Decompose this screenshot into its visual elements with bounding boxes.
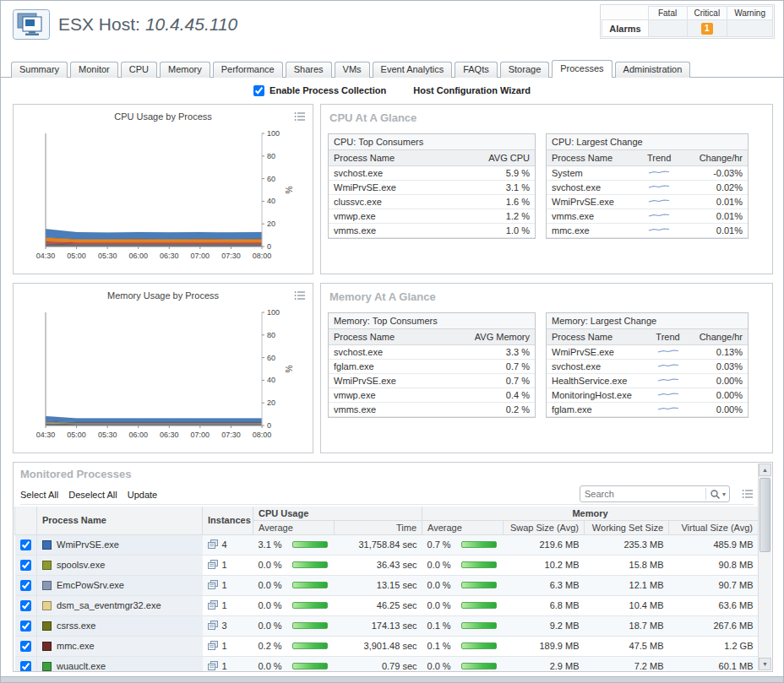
tab-storage[interactable]: Storage — [500, 62, 550, 78]
tab-event-analytics[interactable]: Event Analytics — [373, 62, 453, 78]
x-tick-label: 07:30 — [221, 252, 241, 260]
trend-cell — [649, 403, 688, 417]
column-header-cpu-average[interactable]: Average — [253, 520, 335, 534]
column-header-virtual-size[interactable]: Virtual Size (Avg) — [669, 520, 759, 534]
process-name-cell: mmc.exe — [547, 224, 638, 238]
change-cell: -0.03% — [680, 166, 748, 181]
row-checkbox[interactable] — [20, 641, 31, 652]
column-header-process-name[interactable]: Process Name — [547, 150, 638, 166]
instances-cell: 1 — [203, 575, 253, 595]
update-link[interactable]: Update — [128, 490, 157, 500]
row-checkbox[interactable] — [20, 560, 31, 571]
column-header-avg-memory[interactable]: AVG Memory — [438, 329, 535, 345]
critical-count-cell[interactable]: 1 — [687, 20, 727, 37]
column-header-avg-cpu[interactable]: AVG CPU — [449, 150, 535, 166]
table-row[interactable]: csrss.exe30.0 %174.13 sec0.1 %9.2 MB18.7… — [15, 615, 759, 636]
x-tick-label: 05:30 — [98, 431, 117, 439]
tab-vms[interactable]: VMs — [335, 62, 370, 78]
table-row[interactable]: dsm_sa_eventmgr32.exe10.0 %46.25 sec0.0 … — [15, 595, 759, 615]
scrollbar-thumb[interactable] — [760, 478, 770, 552]
tab-performance[interactable]: Performance — [213, 62, 283, 78]
column-header-process-name[interactable]: Process Name — [37, 507, 203, 534]
process-name-cell: wuauclt.exe — [37, 656, 203, 672]
search-icon[interactable] — [706, 489, 722, 500]
row-checkbox[interactable] — [20, 580, 31, 591]
tab-administration[interactable]: Administration — [615, 62, 691, 78]
value-cell: 3.3 % — [438, 345, 535, 360]
table-row: MonitoringHost.exe0.00% — [547, 388, 748, 403]
instances-cell: 1 — [203, 636, 253, 656]
row-checkbox[interactable] — [20, 621, 31, 632]
search-input[interactable] — [580, 489, 705, 499]
process-name-cell: HealthService.exe — [547, 374, 649, 388]
column-header-process-name[interactable]: Process Name — [329, 329, 438, 345]
table-row: svchost.exe3.3 % — [329, 345, 535, 360]
column-header-working-set-size[interactable]: Working Set Size — [585, 520, 669, 534]
select-all-link[interactable]: Select All — [20, 490, 58, 500]
process-name-cell: csrss.exe — [37, 615, 203, 636]
column-header-change-hr[interactable]: Change/hr — [680, 150, 748, 166]
process-name-cell: spoolsv.exe — [37, 555, 203, 575]
cpu-time-cell: 46.25 sec — [335, 595, 422, 615]
horizontal-scrollbar-strip[interactable] — [1, 676, 783, 682]
virtual-size-cell: 90.7 MB — [669, 575, 759, 595]
tab-memory[interactable]: Memory — [160, 62, 210, 78]
usage-bar — [292, 541, 328, 548]
column-header-trend[interactable]: Trend — [649, 329, 688, 345]
tab-faqts[interactable]: FAQts — [455, 62, 498, 78]
percent-value: 0.0 % — [427, 580, 456, 590]
table-row[interactable]: mmc.exe10.2 %3,901.48 sec0.1 %189.9 MB47… — [15, 636, 759, 656]
instances-wrap: 1 — [208, 600, 248, 610]
usage-bar — [292, 582, 328, 588]
scroll-up-button[interactable]: ▲ — [759, 463, 771, 476]
usage-bar — [461, 561, 497, 568]
page-title: ESX Host:10.4.45.110 — [58, 14, 237, 35]
table-row[interactable]: WmiPrvSE.exe43.1 %31,758.84 sec0.7 %219.… — [15, 534, 759, 555]
process-name-cell: vmwp.exe — [329, 209, 449, 224]
vertical-scrollbar[interactable]: ▲ ▼ — [758, 463, 771, 670]
warning-count-cell[interactable] — [727, 20, 773, 37]
host-configuration-wizard-link[interactable]: Host Configuration Wizard — [413, 85, 531, 95]
search-dropdown-icon[interactable]: ▾ — [722, 491, 729, 498]
working-set-size-cell: 12.1 MB — [585, 575, 669, 595]
process-color-swatch — [42, 561, 52, 570]
deselect-all-link[interactable]: Deselect All — [68, 490, 117, 500]
column-header-time[interactable]: Time — [335, 520, 422, 534]
process-name-cell: clussvc.exe — [329, 195, 449, 209]
tab-processes[interactable]: Processes — [552, 60, 612, 78]
enable-process-collection[interactable]: Enable Process Collection — [253, 85, 386, 96]
fatal-count-cell[interactable] — [648, 20, 687, 37]
row-checkbox[interactable] — [20, 600, 31, 611]
tab-cpu[interactable]: CPU — [121, 62, 157, 78]
memory-average-cell: 0.7 % — [422, 534, 504, 555]
column-header-process-name[interactable]: Process Name — [547, 329, 649, 345]
table-row[interactable]: wuauclt.exe10.0 %0.79 sec0.0 %2.9 MB7.2 … — [15, 656, 759, 672]
process-name-cell: WmiPrvSE.exe — [329, 181, 449, 195]
column-header-process-name[interactable]: Process Name — [329, 150, 449, 166]
scroll-down-button[interactable]: ▼ — [759, 658, 771, 670]
column-header-instances[interactable]: Instances — [203, 507, 253, 534]
column-header-memory-average[interactable]: Average — [422, 520, 504, 534]
tab-monitor[interactable]: Monitor — [70, 62, 118, 78]
table-options-icon[interactable] — [742, 489, 754, 501]
table-row[interactable]: EmcPowSrv.exe10.0 %13.15 sec0.0 %6.3 MB1… — [15, 575, 759, 595]
tab-summary[interactable]: Summary — [11, 62, 68, 78]
column-header-swap-size[interactable]: Swap Size (Avg) — [504, 520, 585, 534]
row-checkbox[interactable] — [20, 661, 31, 672]
column-header-change-hr[interactable]: Change/hr — [687, 329, 748, 345]
enable-process-collection-checkbox[interactable] — [253, 85, 264, 96]
memory-average-cell: 0.0 % — [422, 575, 504, 595]
percent-value: 0.0 % — [259, 621, 287, 631]
chart-options-icon[interactable] — [294, 290, 306, 302]
row-checkbox[interactable] — [20, 539, 31, 550]
chart-options-icon[interactable] — [294, 111, 306, 123]
critical-count-badge[interactable]: 1 — [701, 23, 713, 35]
monitored-processes-title: Monitored Processes — [20, 468, 132, 480]
row-select-cell — [15, 595, 37, 615]
process-name-cell: svchost.exe — [329, 166, 449, 181]
instances-cell: 1 — [203, 595, 253, 615]
process-color-swatch — [42, 662, 52, 671]
tab-shares[interactable]: Shares — [286, 62, 332, 78]
table-row[interactable]: spoolsv.exe10.0 %36.43 sec0.0 %10.2 MB15… — [15, 555, 759, 575]
column-header-trend[interactable]: Trend — [638, 150, 681, 166]
